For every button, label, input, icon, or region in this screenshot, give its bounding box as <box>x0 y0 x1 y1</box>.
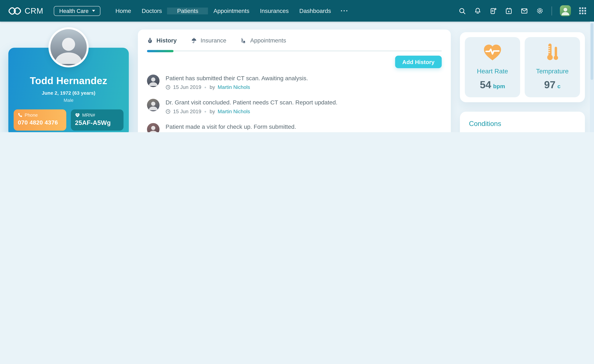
page-scrollbar[interactable] <box>590 22 594 132</box>
conditions-title: Conditions <box>469 120 576 128</box>
temperature-unit: c <box>557 83 560 89</box>
patient-photo <box>48 27 89 67</box>
mrn-chip-label: MRN# <box>82 113 95 118</box>
chair-icon <box>241 37 247 44</box>
nav-item-insurances[interactable]: Insurances <box>255 7 294 14</box>
bell-icon[interactable] <box>474 7 481 14</box>
tab-appointments-label: Appointments <box>250 37 286 44</box>
by-label: by <box>209 84 215 90</box>
heart-icon <box>75 113 80 117</box>
nav-item-dashboards[interactable]: Dashboards <box>294 7 336 14</box>
main-panel: History Insurance Appointments <box>138 30 451 132</box>
patient-name: Todd Hernandez <box>14 75 123 87</box>
heart-rate-unit: bpm <box>493 83 505 89</box>
author-avatar <box>147 99 160 111</box>
tab-underline <box>147 50 442 51</box>
thermometer-icon <box>544 43 561 62</box>
apps-grid-icon[interactable] <box>579 7 587 14</box>
calendar-icon[interactable] <box>505 7 512 14</box>
search-icon[interactable] <box>458 7 466 14</box>
dot-separator <box>205 86 206 88</box>
top-navbar: CRM Health Care Home Doctors Patients Ap… <box>0 0 594 22</box>
history-entries: Patient has submitted their CT scan. Awa… <box>147 75 442 132</box>
scrollbar-thumb[interactable] <box>591 23 593 80</box>
heart-rate-label: Heart Rate <box>465 68 520 75</box>
history-entry-text: Dr. Grant visit concluded. Patient needs… <box>166 99 338 106</box>
gear-icon[interactable] <box>536 7 543 14</box>
crm-logo[interactable]: CRM <box>8 6 43 16</box>
umbrella-icon <box>191 37 197 44</box>
author-avatar <box>147 123 160 132</box>
heart-rate-value: 54 <box>480 79 491 91</box>
phone-chip[interactable]: Phone 070 4820 4376 <box>14 109 66 131</box>
crm-logo-icon <box>8 6 21 16</box>
crm-logo-text: CRM <box>25 6 43 15</box>
tab-appointments[interactable]: Appointments <box>241 37 286 44</box>
patient-gender: Male <box>14 98 123 103</box>
user-avatar[interactable] <box>560 5 571 16</box>
note-add-icon[interactable] <box>489 7 497 14</box>
crm-app: CRM Health Care Home Doctors Patients Ap… <box>0 0 594 132</box>
heart-rate-tile: Heart Rate 54 bpm <box>465 37 520 97</box>
chevron-down-icon <box>92 10 95 12</box>
nav-item-home[interactable]: Home <box>110 7 136 14</box>
main-nav: Home Doctors Patients Appointments Insur… <box>110 7 352 14</box>
heart-pulse-icon <box>482 43 503 62</box>
by-label: by <box>209 109 215 114</box>
clock-icon <box>166 85 170 90</box>
add-history-button[interactable]: Add History <box>395 56 442 68</box>
temperature-tile: Temprature 97 c <box>525 37 580 97</box>
history-entry-text: Patient made a visit for check up. Form … <box>166 123 296 130</box>
mrn-chip: MRN# 25AF-A5Wg <box>71 109 123 131</box>
tab-insurance-label: Insurance <box>201 37 226 44</box>
patient-phone: 070 4820 4376 <box>18 119 62 126</box>
tab-history-label: History <box>156 37 177 44</box>
medical-info-card: Conditions Type 2 Diabetes Mellitus Mode… <box>460 112 585 132</box>
dot-separator <box>205 111 206 112</box>
patient-dob: June 2, 1972 (63 years) <box>14 90 123 96</box>
medical-sidebar: Heart Rate 54 bpm <box>460 32 585 132</box>
stopwatch-icon <box>147 37 153 44</box>
history-entry-date: 15 Jun 2019 <box>173 84 201 90</box>
clock-icon <box>166 109 170 114</box>
org-selector-label: Health Care <box>59 8 88 14</box>
nav-item-doctors[interactable]: Doctors <box>136 7 167 14</box>
history-card: History Insurance Appointments <box>138 30 451 132</box>
author-avatar <box>147 75 160 87</box>
temperature-value: 97 <box>544 79 555 91</box>
history-entry: Patient has submitted their CT scan. Awa… <box>147 75 442 90</box>
temperature-label: Temprature <box>525 68 580 75</box>
tab-insurance[interactable]: Insurance <box>191 37 226 44</box>
nav-more-icon[interactable] <box>336 7 352 14</box>
history-entry: Patient made a visit for check up. Form … <box>147 123 442 132</box>
history-tabs: History Insurance Appointments <box>147 37 442 44</box>
org-selector[interactable]: Health Care <box>54 6 100 16</box>
history-entry-text: Patient has submitted their CT scan. Awa… <box>166 75 308 82</box>
mail-icon[interactable] <box>520 7 528 14</box>
history-entry: Dr. Grant visit concluded. Patient needs… <box>147 99 442 114</box>
patient-sidebar: Todd Hernandez June 2, 1972 (63 years) M… <box>8 30 129 132</box>
nav-item-appointments[interactable]: Appointments <box>208 7 255 14</box>
history-entry-author[interactable]: Martin Nichols <box>218 84 250 90</box>
history-entry-date: 15 Jun 2019 <box>173 109 201 114</box>
tab-history[interactable]: History <box>147 37 177 44</box>
patient-mrn: 25AF-A5Wg <box>75 119 119 126</box>
phone-icon <box>18 113 22 117</box>
phone-chip-label: Phone <box>25 113 38 118</box>
vitals-card: Heart Rate 54 bpm <box>460 32 585 102</box>
history-entry-author[interactable]: Martin Nichols <box>218 109 250 114</box>
nav-item-patients[interactable]: Patients <box>167 7 208 14</box>
nav-divider <box>551 6 552 15</box>
